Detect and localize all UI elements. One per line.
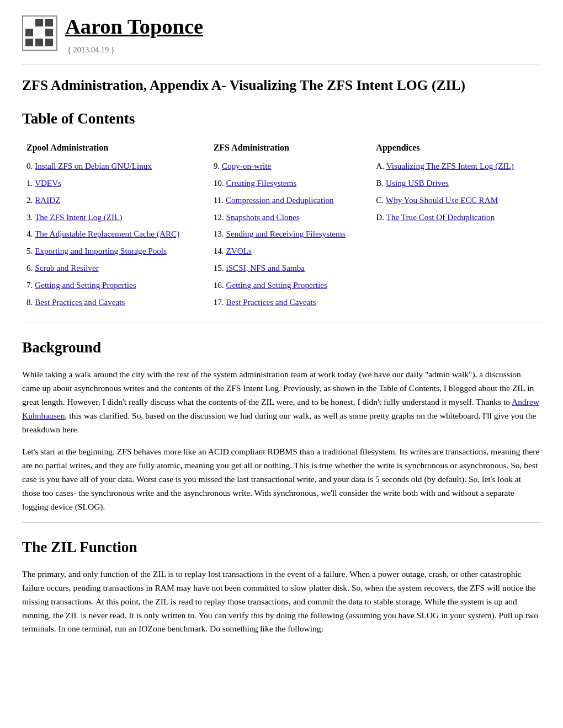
toc-heading: Table of Contents	[22, 108, 541, 130]
toc-list-item: 2. RAIDZ	[26, 194, 205, 207]
toc-link[interactable]: RAIDZ	[35, 195, 60, 205]
logo-icon	[22, 15, 57, 51]
toc-link[interactable]: Getting and Setting Properties	[35, 280, 136, 290]
background-divider	[22, 522, 541, 523]
toc-list-item: 17. Best Practices and Caveats	[214, 296, 368, 309]
toc-link[interactable]: Snapshots and Clones	[226, 212, 299, 222]
toc-table: Zpool Administration ZFS Administration …	[22, 139, 541, 312]
toc-link[interactable]: The True Cost Of Deduplication	[386, 212, 495, 222]
header-info: Aaron Toponce { 2013.04.19 }	[65, 11, 203, 56]
toc-link[interactable]: Visualizing The ZFS Intent Log (ZIL)	[386, 161, 514, 170]
toc-list-item: 4. The Adjustable Replacement Cache (ARC…	[26, 228, 205, 240]
toc-list-item: 11. Compression and Deduplication	[214, 194, 368, 207]
toc-list-item: 13. Sending and Receiving Filesystems	[214, 228, 368, 240]
background-para-2: Let's start at the beginning. ZFS behave…	[22, 445, 541, 513]
zil-para-1: The primary, and only function of the ZI…	[22, 568, 541, 636]
toc-list-item: 8. Best Practices and Caveats	[26, 296, 205, 309]
toc-list-item: 5. Exporting and Importing Storage Pools	[26, 245, 205, 258]
background-para-1: While taking a walk around the city with…	[22, 368, 541, 436]
toc-link[interactable]: Why You Should Use ECC RAM	[386, 195, 498, 205]
toc-link[interactable]: iSCSI, NFS and Samba	[226, 263, 305, 272]
toc-link[interactable]: The ZFS Intent Log (ZIL)	[35, 212, 123, 222]
toc-list-item: 7. Getting and Setting Properties	[26, 279, 205, 292]
page-title: ZFS Administration, Appendix A- Visualiz…	[22, 76, 541, 94]
toc-col2-header: ZFS Administration	[209, 139, 372, 159]
toc-list-item: 1. VDEVs	[26, 177, 205, 190]
toc-link[interactable]: ZVOLs	[226, 246, 251, 255]
toc-link[interactable]: Sending and Receiving Filesystems	[226, 229, 345, 238]
toc-col1-header: Zpool Administration	[22, 139, 209, 159]
toc-divider	[22, 323, 541, 323]
toc-link[interactable]: Best Practices and Caveats	[35, 297, 125, 307]
toc-list-item: C. Why You Should Use ECC RAM	[376, 194, 537, 207]
toc-col3-header: Appendices	[371, 139, 541, 159]
toc-list-item: 15. iSCSI, NFS and Samba	[214, 262, 368, 275]
header-divider	[22, 65, 541, 65]
toc-link[interactable]: Exporting and Importing Storage Pools	[35, 246, 167, 255]
toc-link[interactable]: Compression and Deduplication	[226, 195, 334, 205]
toc-link[interactable]: Best Practices and Caveats	[226, 297, 316, 307]
toc-link[interactable]: Creating Filesystems	[226, 178, 296, 188]
toc-list-item: 3. The ZFS Intent Log (ZIL)	[26, 211, 205, 224]
toc-link[interactable]: The Adjustable Replacement Cache (ARC)	[35, 229, 179, 238]
toc-link[interactable]: Getting and Setting Properties	[226, 280, 327, 290]
toc-list-item: 10. Creating Filesystems	[214, 177, 368, 190]
toc-link[interactable]: Install ZFS on Debian GNU/Linux	[35, 161, 152, 170]
toc-list-item: 6. Scrub and Resilver	[26, 262, 205, 275]
toc-link[interactable]: Scrub and Resilver	[35, 263, 99, 272]
toc-list-item: A. Visualizing The ZFS Intent Log (ZIL)	[376, 160, 537, 173]
toc-list-item: 9. Copy-on-write	[214, 160, 368, 173]
toc-list-item: 12. Snapshots and Clones	[214, 211, 368, 224]
toc-list-item: 0. Install ZFS on Debian GNU/Linux	[26, 160, 205, 173]
toc-list-item: B. Using USB Drives	[376, 177, 537, 190]
zil-heading: The ZIL Function	[22, 536, 541, 559]
toc-list-item: 16. Getting and Setting Properties	[214, 279, 368, 292]
toc-link[interactable]: Using USB Drives	[386, 178, 449, 188]
andrew-link[interactable]: Andrew Kuhnhausen	[22, 397, 539, 420]
site-header: Aaron Toponce { 2013.04.19 }	[22, 11, 541, 56]
background-heading: Background	[22, 336, 541, 359]
toc-list-item: D. The True Cost Of Deduplication	[376, 211, 537, 224]
toc-link[interactable]: Copy-on-write	[222, 161, 271, 170]
site-date: { 2013.04.19 }	[67, 44, 203, 56]
site-title[interactable]: Aaron Toponce	[65, 11, 203, 43]
toc-list-item: 14. ZVOLs	[214, 245, 368, 258]
toc-link[interactable]: VDEVs	[35, 178, 61, 188]
